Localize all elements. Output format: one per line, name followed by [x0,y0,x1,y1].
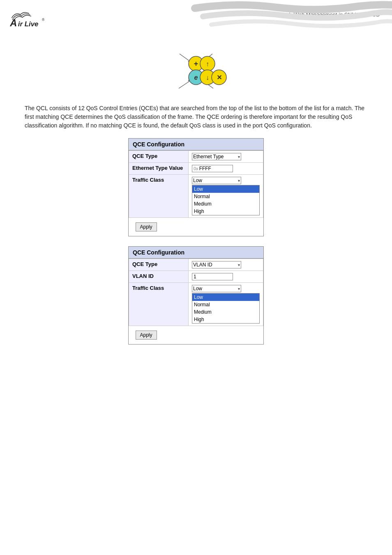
dropdown-option-medium[interactable]: Medium [192,200,259,208]
qce-box-2: QCE Configuration QCE Type VLAN ID ▾ VLA… [128,246,264,345]
svg-text:®: ® [42,18,45,22]
dropdown-option-normal[interactable]: Normal [192,301,259,308]
wave-decoration [154,0,392,41]
select-value: Ethernet Type [193,154,224,160]
dropdown-option-low[interactable]: Low [192,185,259,193]
qce-type-select-2[interactable]: VLAN ID ▾ [192,261,241,268]
label-qce-type-1: QCE Type [129,151,189,163]
apply-button-1[interactable]: Apply [136,222,157,231]
description-text: The QCL consists of 12 QoS Control Entri… [25,104,367,130]
value-vlan-id: 1 [189,271,263,283]
chevron-down-icon: ▾ [238,155,240,159]
apply-row-1: Apply [129,218,263,236]
svg-text:ir Live: ir Live [18,20,39,28]
select-value: Low [193,286,202,291]
value-qce-type-1: Ethernet Type ▾ [189,151,263,163]
select-value: VLAN ID [193,262,212,268]
svg-text:↓: ↓ [206,74,209,81]
page-header: A ir Live ® 4. Web Management in SNMP-24… [0,0,392,30]
dropdown-option-high[interactable]: High [192,316,259,323]
chevron-down-icon: ▾ [238,287,240,291]
svg-text:+: + [194,60,198,68]
value-traffic-class-1: Low ▾ Low Normal Medium High [189,175,263,218]
input-value: 1 [194,274,196,280]
dropdown-option-normal[interactable]: Normal [192,193,259,200]
label-vlan-id: VLAN ID [129,271,189,283]
table-row: QCE Type Ethernet Type ▾ [129,151,263,163]
apply-button-2[interactable]: Apply [136,331,157,340]
svg-text:A: A [9,18,17,28]
qce-table-2: QCE Type VLAN ID ▾ VLAN ID 1 Traffic Cla [129,259,263,344]
icon-diagram-area: + ↑ e ↓ ✕ [0,46,392,96]
qce-diagram: + ↑ e ↓ ✕ [163,46,229,96]
traffic-class-dropdown-2: Low Normal Medium High [192,293,260,324]
value-eth-type-value: 0x FFFF [189,163,263,175]
table-row: Traffic Class Low ▾ Low Normal Medium Hi… [129,283,263,326]
qce-config-1: QCE Configuration QCE Type Ethernet Type… [0,138,392,236]
value-traffic-class-2: Low ▾ Low Normal Medium High [189,283,263,326]
label-traffic-class-2: Traffic Class [129,283,189,326]
value-qce-type-2: VLAN ID ▾ [189,259,263,271]
label-qce-type-2: QCE Type [129,259,189,271]
apply-cell-2: Apply [129,326,263,345]
qce-title-1: QCE Configuration [129,139,263,150]
dropdown-option-high[interactable]: High [192,208,259,215]
svg-text:↑: ↑ [206,60,209,67]
traffic-class-select-1[interactable]: Low ▾ [192,177,241,184]
svg-text:e: e [194,74,198,81]
dropdown-option-medium[interactable]: Medium [192,308,259,316]
select-value: Low [193,178,202,183]
apply-cell-1: Apply [129,218,263,236]
chevron-down-icon: ▾ [238,263,240,267]
traffic-class-select-2[interactable]: Low ▾ [192,285,241,292]
table-row: Ethernet Type Value 0x FFFF [129,163,263,175]
eth-type-input[interactable]: 0x FFFF [192,165,233,172]
label-traffic-class-1: Traffic Class [129,175,189,218]
svg-line-7 [179,80,191,88]
logo-area: A ir Live ® [8,7,53,30]
qce-config-2: QCE Configuration QCE Type VLAN ID ▾ VLA… [0,246,392,345]
qce-title-2: QCE Configuration [129,247,263,259]
svg-text:✕: ✕ [217,74,222,81]
input-prefix: 0x [194,166,198,171]
table-row: QCE Type VLAN ID ▾ [129,259,263,271]
qce-type-select-1[interactable]: Ethernet Type ▾ [192,153,241,160]
qce-table-1: QCE Type Ethernet Type ▾ Ethernet Type V… [129,150,263,236]
traffic-class-dropdown-1: Low Normal Medium High [192,185,260,215]
table-row: Traffic Class Low ▾ Low Normal Medium Hi… [129,175,263,218]
airlive-logo: A ir Live ® [8,7,53,30]
input-value: FFFF [199,166,211,171]
chevron-down-icon: ▾ [238,178,240,183]
vlan-id-input[interactable]: 1 [192,273,233,280]
apply-row-2: Apply [129,326,263,345]
table-row: VLAN ID 1 [129,271,263,283]
qce-box-1: QCE Configuration QCE Type Ethernet Type… [128,138,264,236]
dropdown-option-low[interactable]: Low [192,294,259,301]
label-eth-type-value: Ethernet Type Value [129,163,189,175]
